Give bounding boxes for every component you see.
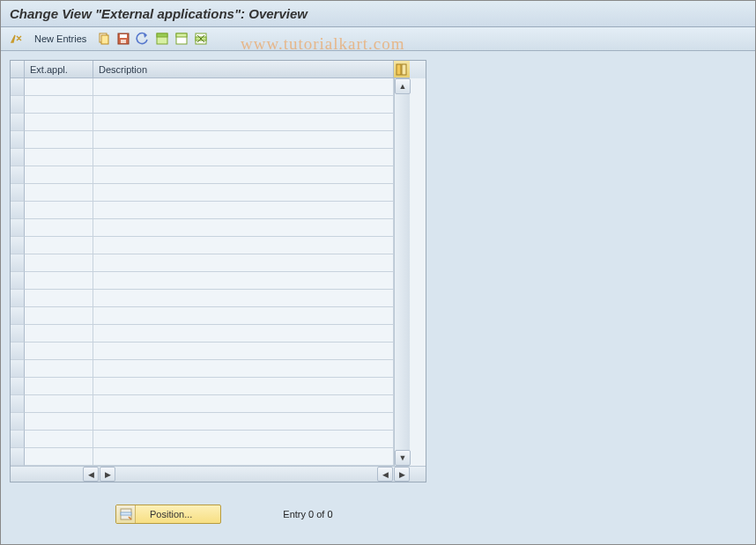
- cell-description[interactable]: [93, 184, 394, 202]
- position-button[interactable]: Position...: [115, 504, 221, 524]
- row-selector[interactable]: [11, 325, 25, 342]
- row-selector[interactable]: [11, 78, 25, 96]
- cell-description[interactable]: [93, 202, 394, 219]
- row-selector[interactable]: [11, 96, 25, 114]
- row-selector[interactable]: [11, 395, 25, 413]
- cell-description[interactable]: [93, 360, 394, 378]
- row-selector[interactable]: [11, 290, 25, 307]
- cell-ext[interactable]: [25, 237, 93, 254]
- cell-description[interactable]: [93, 290, 394, 307]
- cell-ext[interactable]: [25, 413, 93, 431]
- scroll-right-step-icon[interactable]: ▶: [100, 467, 115, 482]
- table-settings-icon[interactable]: [394, 61, 410, 78]
- scroll-down-icon[interactable]: ▼: [395, 450, 411, 466]
- table-row: [25, 290, 394, 307]
- row-selector[interactable]: [11, 342, 25, 360]
- table-row: [25, 114, 394, 131]
- scroll-left-step-icon[interactable]: ◀: [377, 467, 393, 482]
- cell-description[interactable]: [93, 166, 394, 184]
- row-selector[interactable]: [11, 202, 25, 219]
- cell-ext[interactable]: [25, 431, 93, 448]
- table-row: [25, 342, 394, 360]
- row-selector[interactable]: [11, 114, 25, 131]
- cell-ext[interactable]: [25, 272, 93, 290]
- cell-description[interactable]: [93, 114, 394, 131]
- table-row: [25, 307, 394, 325]
- cell-description[interactable]: [93, 395, 394, 413]
- cell-ext[interactable]: [25, 149, 93, 166]
- save-icon[interactable]: [115, 30, 132, 48]
- svg-rect-1: [101, 35, 108, 44]
- row-selector[interactable]: [11, 254, 25, 272]
- cell-description[interactable]: [93, 342, 394, 360]
- row-selector[interactable]: [11, 360, 25, 378]
- cell-ext[interactable]: [25, 184, 93, 202]
- undo-icon[interactable]: [134, 30, 152, 48]
- cell-description[interactable]: [93, 325, 394, 342]
- scroll-track-h[interactable]: [115, 467, 376, 482]
- cell-ext[interactable]: [25, 202, 93, 219]
- row-selector[interactable]: [11, 184, 25, 202]
- row-selector[interactable]: [11, 272, 25, 290]
- copy-icon[interactable]: [95, 30, 113, 48]
- cell-ext[interactable]: [25, 342, 93, 360]
- cell-ext[interactable]: [25, 360, 93, 378]
- cell-description[interactable]: [93, 219, 394, 237]
- select-all-icon[interactable]: [153, 30, 171, 48]
- row-selector[interactable]: [11, 448, 25, 466]
- row-selector[interactable]: [11, 378, 25, 395]
- scroll-up-icon[interactable]: ▲: [395, 78, 411, 94]
- scroll-right-icon[interactable]: ▶: [394, 467, 410, 482]
- row-selector[interactable]: [11, 413, 25, 431]
- row-selector[interactable]: [11, 131, 25, 149]
- cell-description[interactable]: [93, 307, 394, 325]
- column-header-description[interactable]: Description: [93, 61, 394, 78]
- cell-ext[interactable]: [25, 96, 93, 114]
- row-selector[interactable]: [11, 166, 25, 184]
- table-row: [25, 149, 394, 166]
- cell-ext[interactable]: [25, 78, 93, 96]
- cell-description[interactable]: [93, 254, 394, 272]
- new-entries-button[interactable]: New Entries: [27, 30, 93, 48]
- cell-ext[interactable]: [25, 131, 93, 149]
- table-row: [25, 237, 394, 254]
- cell-description[interactable]: [93, 431, 394, 448]
- deselect-all-icon[interactable]: [173, 30, 190, 48]
- cell-description[interactable]: [93, 131, 394, 149]
- toggle-draft-icon[interactable]: [8, 30, 26, 48]
- cell-description[interactable]: [93, 413, 394, 431]
- cell-description[interactable]: [93, 78, 394, 96]
- page-title: Change View "External applications": Ove…: [1, 1, 755, 27]
- cell-description[interactable]: [93, 448, 394, 466]
- svg-rect-16: [121, 512, 131, 515]
- scroll-left-icon[interactable]: ◀: [83, 467, 99, 482]
- cell-description[interactable]: [93, 96, 394, 114]
- svg-rect-13: [397, 64, 401, 75]
- row-selector[interactable]: [11, 431, 25, 448]
- cell-ext[interactable]: [25, 290, 93, 307]
- cell-ext[interactable]: [25, 395, 93, 413]
- cell-description[interactable]: [93, 237, 394, 254]
- cell-ext[interactable]: [25, 166, 93, 184]
- table-row: [25, 325, 394, 342]
- cell-description[interactable]: [93, 149, 394, 166]
- cell-description[interactable]: [93, 378, 394, 395]
- scroll-track[interactable]: [395, 94, 410, 450]
- cell-ext[interactable]: [25, 307, 93, 325]
- column-header-ext[interactable]: Ext.appl.: [25, 61, 93, 78]
- row-selector[interactable]: [11, 307, 25, 325]
- cell-description[interactable]: [93, 272, 394, 290]
- row-selector[interactable]: [11, 149, 25, 166]
- select-all-rows[interactable]: [11, 61, 25, 78]
- cell-ext[interactable]: [25, 254, 93, 272]
- cell-ext[interactable]: [25, 378, 93, 395]
- delete-row-icon[interactable]: [192, 30, 210, 48]
- cell-ext[interactable]: [25, 325, 93, 342]
- cell-ext[interactable]: [25, 114, 93, 131]
- table-row: [25, 202, 394, 219]
- row-selector[interactable]: [11, 237, 25, 254]
- cell-ext[interactable]: [25, 219, 93, 237]
- cell-ext[interactable]: [25, 448, 93, 466]
- table-row: [25, 413, 394, 431]
- row-selector[interactable]: [11, 219, 25, 237]
